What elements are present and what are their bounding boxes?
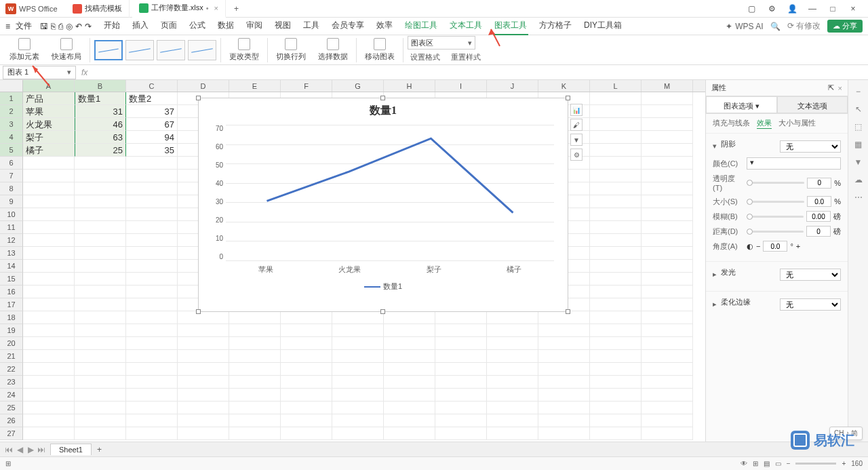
reset-style-button[interactable]: 重置样式 bbox=[448, 51, 484, 64]
row-header[interactable]: 24 bbox=[0, 389, 23, 402]
cell[interactable] bbox=[126, 170, 178, 182]
cell[interactable] bbox=[23, 234, 75, 247]
cell[interactable] bbox=[229, 337, 281, 350]
cell[interactable] bbox=[487, 414, 538, 427]
cell[interactable] bbox=[126, 337, 178, 350]
cell[interactable] bbox=[642, 247, 693, 260]
cell[interactable] bbox=[642, 144, 693, 157]
col-header-b[interactable]: B bbox=[75, 80, 126, 92]
cell[interactable] bbox=[75, 195, 126, 208]
cell[interactable] bbox=[23, 182, 75, 195]
fx-icon[interactable]: fx bbox=[76, 68, 93, 77]
subtab-fill[interactable]: 填充与线条 bbox=[713, 118, 750, 129]
cell[interactable] bbox=[126, 363, 178, 376]
col-header-m[interactable]: M bbox=[642, 80, 693, 92]
cell[interactable] bbox=[75, 363, 126, 376]
cell[interactable] bbox=[178, 363, 229, 376]
cell[interactable] bbox=[178, 376, 229, 389]
hamburger-icon[interactable]: ≡ bbox=[5, 22, 10, 31]
shadow-section[interactable]: 阴影 bbox=[721, 139, 776, 149]
cell[interactable] bbox=[384, 311, 435, 324]
quick-layout-button[interactable]: 快速布局 bbox=[47, 37, 85, 63]
sheet-tab-1[interactable]: Sheet1 bbox=[50, 444, 92, 455]
row-header[interactable]: 23 bbox=[0, 376, 23, 389]
cell[interactable] bbox=[23, 208, 75, 221]
row-header[interactable]: 7 bbox=[0, 170, 23, 182]
cell[interactable] bbox=[538, 402, 590, 414]
cell[interactable] bbox=[487, 427, 538, 440]
chart-legend[interactable]: 数量1 bbox=[199, 281, 568, 292]
zoom-slider[interactable] bbox=[795, 463, 836, 465]
cell[interactable] bbox=[75, 324, 126, 337]
cell[interactable] bbox=[126, 298, 178, 311]
cell[interactable] bbox=[229, 389, 281, 402]
cell[interactable] bbox=[384, 363, 435, 376]
cell[interactable] bbox=[332, 324, 384, 337]
cell[interactable] bbox=[538, 350, 590, 363]
cell[interactable]: 37 bbox=[126, 105, 178, 118]
menu-insert[interactable]: 插入 bbox=[131, 17, 150, 35]
cell[interactable] bbox=[23, 298, 75, 311]
cell[interactable] bbox=[126, 157, 178, 170]
row-header[interactable]: 6 bbox=[0, 157, 23, 170]
cell[interactable] bbox=[538, 414, 590, 427]
select-data-button[interactable]: 选择数据 bbox=[314, 37, 352, 63]
cell[interactable] bbox=[229, 363, 281, 376]
cell[interactable]: 苹果 bbox=[23, 105, 75, 118]
cell[interactable] bbox=[75, 286, 126, 298]
cell[interactable] bbox=[384, 389, 435, 402]
cell[interactable] bbox=[590, 363, 642, 376]
cell[interactable] bbox=[75, 260, 126, 273]
chart-elements-button[interactable]: 📊 bbox=[570, 104, 583, 116]
cell[interactable] bbox=[23, 389, 75, 402]
row-header[interactable]: 10 bbox=[0, 208, 23, 221]
cell[interactable] bbox=[590, 144, 642, 157]
undo-icon[interactable]: ↶ bbox=[75, 22, 82, 31]
cell[interactable] bbox=[642, 311, 693, 324]
cell[interactable] bbox=[126, 182, 178, 195]
sheet-first-button[interactable]: ⏮ bbox=[4, 445, 14, 454]
cell[interactable] bbox=[435, 414, 487, 427]
cell[interactable] bbox=[281, 402, 332, 414]
cell[interactable] bbox=[538, 324, 590, 337]
cell[interactable] bbox=[590, 427, 642, 440]
row-header[interactable]: 9 bbox=[0, 195, 23, 208]
maximize-button[interactable]: □ bbox=[823, 2, 842, 16]
cell[interactable] bbox=[229, 311, 281, 324]
cell[interactable] bbox=[75, 170, 126, 182]
cell[interactable] bbox=[23, 311, 75, 324]
cell[interactable] bbox=[642, 221, 693, 234]
page-view-icon[interactable]: ▤ bbox=[764, 460, 770, 467]
cell[interactable] bbox=[642, 118, 693, 131]
cell[interactable] bbox=[126, 350, 178, 363]
glow-preset-select[interactable]: 无 bbox=[780, 269, 842, 281]
cell[interactable] bbox=[75, 414, 126, 427]
panel-tab-text-options[interactable]: 文本选项 bbox=[777, 96, 848, 113]
cell[interactable] bbox=[435, 324, 487, 337]
cell[interactable] bbox=[642, 208, 693, 221]
distance-input[interactable] bbox=[806, 226, 831, 237]
col-header-g[interactable]: G bbox=[332, 80, 384, 92]
cell[interactable] bbox=[126, 389, 178, 402]
cell[interactable] bbox=[229, 427, 281, 440]
cell[interactable] bbox=[590, 118, 642, 131]
reading-view-icon[interactable]: ▭ bbox=[775, 460, 781, 467]
col-header-l[interactable]: L bbox=[590, 80, 642, 92]
cell[interactable]: 63 bbox=[75, 131, 126, 144]
chart-style-4[interactable] bbox=[188, 40, 216, 60]
cell[interactable] bbox=[126, 376, 178, 389]
menu-diy[interactable]: DIY工具箱 bbox=[583, 17, 623, 35]
col-header-k[interactable]: K bbox=[538, 80, 590, 92]
cell[interactable]: 橘子 bbox=[23, 144, 75, 157]
cell[interactable] bbox=[642, 131, 693, 144]
redo-icon[interactable]: ↷ bbox=[85, 22, 92, 31]
cell[interactable] bbox=[281, 350, 332, 363]
cell[interactable]: 梨子 bbox=[23, 131, 75, 144]
grid-view-icon[interactable]: ⊞ bbox=[753, 460, 758, 467]
cell[interactable] bbox=[332, 311, 384, 324]
cell[interactable] bbox=[281, 389, 332, 402]
cell[interactable] bbox=[75, 247, 126, 260]
transparency-input[interactable] bbox=[807, 178, 831, 189]
search-icon[interactable]: 🔍 bbox=[770, 22, 781, 31]
style-icon[interactable]: ⬚ bbox=[852, 121, 865, 133]
